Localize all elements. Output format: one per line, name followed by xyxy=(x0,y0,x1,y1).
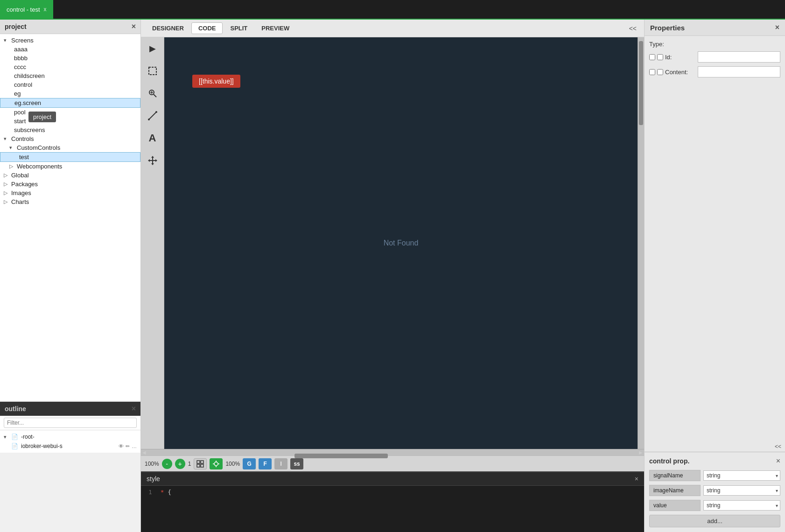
grid-icon-btn[interactable] xyxy=(194,458,207,469)
tree-item-label: eg xyxy=(14,90,21,97)
outline-item-iobroker[interactable]: 📄 iobroker-webui-s 👁 ✏ … xyxy=(0,441,140,451)
content-input[interactable] xyxy=(698,66,780,77)
i-button[interactable]: I xyxy=(274,458,287,469)
toolbar-collapse-button[interactable]: << xyxy=(626,24,639,33)
style-code-area[interactable]: 1 * { xyxy=(141,486,644,498)
content-checkbox2[interactable] xyxy=(657,69,663,75)
vertical-scrollbar[interactable] xyxy=(638,37,644,449)
designer-button[interactable]: DESIGNER xyxy=(146,23,190,34)
tree-item-subscreens[interactable]: subscreens xyxy=(0,126,140,134)
tree-item-global[interactable]: ▷ Global xyxy=(0,171,140,180)
zoom-in-button[interactable]: + xyxy=(175,459,185,469)
ctrl-prop-type-0[interactable]: string ▾ xyxy=(703,470,780,481)
ss-button[interactable]: ss xyxy=(290,458,303,469)
style-close-button[interactable]: × xyxy=(635,475,638,483)
tree-item-charts[interactable]: ▷ Charts xyxy=(0,197,140,206)
eye-icon[interactable]: 👁 xyxy=(119,443,124,449)
outline-title: outline xyxy=(5,405,26,413)
widget-error-label[interactable]: [[this.value]] xyxy=(192,75,240,88)
tree-item-images[interactable]: ▷ Images xyxy=(0,189,140,197)
preview-button[interactable]: PREVIEW xyxy=(255,23,296,34)
project-tree: ▾ Screens aaaa bbbb cccc childscreen con… xyxy=(0,34,140,401)
tree-item-aaaa[interactable]: aaaa xyxy=(0,45,140,54)
outline-close-button[interactable]: × xyxy=(132,405,136,413)
hscroll-right-btn[interactable]: ▶ xyxy=(638,450,644,455)
tree-item-childscreen[interactable]: childscreen xyxy=(0,71,140,80)
outline-item-label: -root- xyxy=(21,434,35,440)
tree-item-control[interactable]: control xyxy=(0,80,140,89)
tree-item-bbbb[interactable]: bbbb xyxy=(0,54,140,63)
tree-item-webcomponents[interactable]: ▷ Webcomponents xyxy=(0,162,140,171)
move-tool[interactable] xyxy=(145,153,160,168)
style-star: * xyxy=(161,489,164,496)
charts-label: Charts xyxy=(11,198,29,205)
f-button[interactable]: F xyxy=(259,458,272,469)
tree-item-eg[interactable]: eg xyxy=(0,89,140,98)
id-input[interactable] xyxy=(698,51,780,63)
tree-item-start[interactable]: start xyxy=(0,117,140,126)
text-tool[interactable]: A xyxy=(145,131,160,146)
more-icon[interactable]: … xyxy=(132,443,137,449)
content-label: Content: xyxy=(665,69,698,76)
canvas-viewport: [[this.value]] Not Found xyxy=(164,37,638,449)
style-panel: style × 1 * { xyxy=(141,471,644,532)
line-tool[interactable] xyxy=(145,108,160,123)
active-tab[interactable]: control - test x xyxy=(0,0,53,19)
tree-item-controls[interactable]: ▾ Controls xyxy=(0,134,140,143)
outline-item-icons: 👁 ✏ … xyxy=(119,443,137,449)
code-button[interactable]: CODE xyxy=(191,22,223,34)
svg-marker-13 xyxy=(155,159,157,162)
tree-item-test[interactable]: test xyxy=(0,152,140,162)
properties-header: Properties × xyxy=(645,20,785,36)
hscroll-thumb[interactable] xyxy=(294,454,388,458)
zoom-out-button[interactable]: - xyxy=(162,459,172,469)
outline-panel: outline × ▾ 📄 -root- 📄 iobroker-webui-s … xyxy=(0,401,140,532)
horizontal-scrollbar[interactable]: ◀ ▶ xyxy=(141,449,644,455)
tree-item-label: eg.screen xyxy=(14,99,41,106)
add-property-button[interactable]: add... xyxy=(649,515,780,527)
tree-item-packages[interactable]: ▷ Packages xyxy=(0,180,140,189)
svg-rect-15 xyxy=(201,461,203,463)
properties-collapse-button[interactable]: << xyxy=(645,441,785,452)
control-props-close-button[interactable]: × xyxy=(776,457,780,465)
svg-point-18 xyxy=(214,462,218,466)
tree-item-pool[interactable]: pool xyxy=(0,108,140,117)
split-button[interactable]: SPLIT xyxy=(224,23,254,34)
scrollbar-thumb[interactable] xyxy=(639,41,643,125)
type-label: Type: xyxy=(649,41,682,48)
hscroll-left-btn[interactable]: ◀ xyxy=(141,450,147,455)
ctrl-prop-select-1[interactable]: string xyxy=(707,487,777,494)
rect-tool[interactable] xyxy=(145,63,160,78)
tree-item-eg-screen[interactable]: eg.screen project xyxy=(0,98,140,108)
project-panel-header: project × xyxy=(0,20,140,34)
element-count: 1 xyxy=(188,461,191,467)
edit-icon[interactable]: ✏ xyxy=(126,443,130,449)
tree-item-custom-controls[interactable]: ▾ CustomControls xyxy=(0,143,140,152)
project-close-button[interactable]: × xyxy=(132,22,136,31)
outline-filter-input[interactable] xyxy=(4,418,137,428)
center-area: DESIGNER CODE SPLIT PREVIEW << ▶ A xyxy=(141,20,644,532)
properties-close-button[interactable]: × xyxy=(775,23,779,32)
tab-close-button[interactable]: x xyxy=(44,6,47,13)
ctrl-prop-name-0: signalName xyxy=(649,470,701,481)
style-panel-header: style × xyxy=(141,472,644,486)
ctrl-prop-select-2[interactable]: string xyxy=(707,502,777,509)
svg-rect-14 xyxy=(197,461,200,463)
tree-item-cccc[interactable]: cccc xyxy=(0,63,140,71)
svg-marker-12 xyxy=(148,159,150,162)
select-tool[interactable]: ▶ xyxy=(145,41,160,56)
ctrl-prop-select-0[interactable]: string xyxy=(707,472,777,479)
zoom-tool[interactable] xyxy=(145,86,160,101)
id-checkbox2[interactable] xyxy=(657,54,663,60)
tree-item-screens[interactable]: ▾ Screens xyxy=(0,36,140,45)
ctrl-prop-row-2: value string ▾ xyxy=(649,500,780,511)
snap-icon-btn[interactable] xyxy=(210,458,223,469)
webcomponents-label: Webcomponents xyxy=(17,163,62,170)
ctrl-prop-type-2[interactable]: string ▾ xyxy=(703,500,780,511)
ctrl-prop-type-1[interactable]: string ▾ xyxy=(703,485,780,496)
id-checkbox[interactable] xyxy=(649,54,655,60)
custom-controls-label: CustomControls xyxy=(17,144,60,151)
g-button[interactable]: G xyxy=(243,458,256,469)
outline-item-root[interactable]: ▾ 📄 -root- xyxy=(0,432,140,441)
content-checkbox[interactable] xyxy=(649,69,655,75)
